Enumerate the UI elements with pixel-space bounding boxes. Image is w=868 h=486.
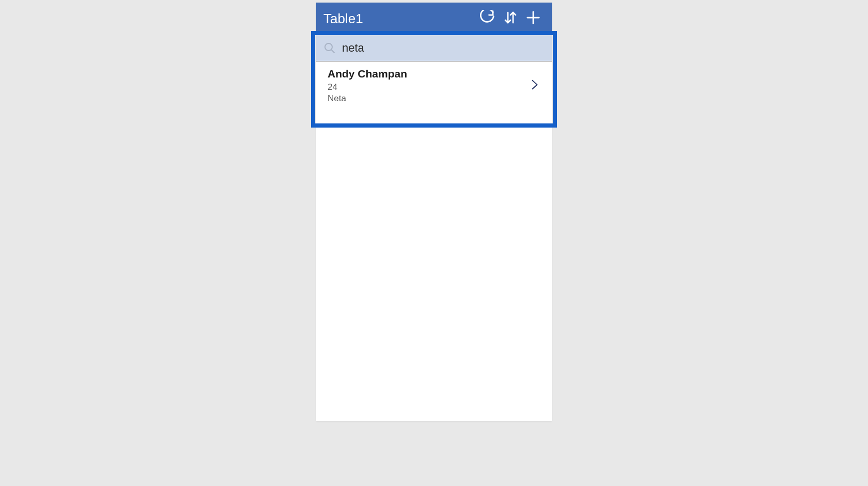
search-input[interactable] [342,41,545,55]
svg-line-5 [331,50,334,53]
search-icon [323,42,336,54]
results-list: Andy Champan 24 Neta [316,61,552,421]
search-row [316,35,552,61]
sort-icon [503,10,518,27]
item-secondary-text: 24 [328,82,529,92]
sort-button[interactable] [499,7,522,30]
item-tertiary-text: Neta [328,93,529,104]
app-frame: Table1 [316,3,552,421]
chevron-right-icon [529,77,540,95]
item-primary-text: Andy Champan [328,68,529,80]
add-button[interactable] [522,7,545,30]
header-bar: Table1 [316,3,552,35]
plus-icon [525,10,541,27]
list-item-body: Andy Champan 24 Neta [328,68,529,104]
refresh-button[interactable] [476,7,499,30]
list-item[interactable]: Andy Champan 24 Neta [316,61,552,111]
refresh-icon [480,10,495,27]
page-title: Table1 [323,11,476,27]
